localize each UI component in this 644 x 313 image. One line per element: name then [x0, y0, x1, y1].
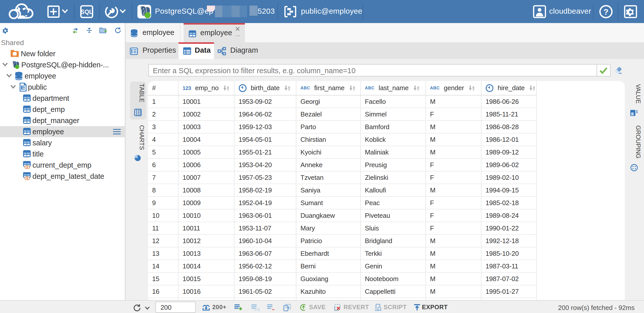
- svg-text:?: ?: [603, 7, 609, 16]
- svg-text:(+): (+): [255, 307, 259, 311]
- svg-text:SQL: SQL: [81, 9, 93, 15]
